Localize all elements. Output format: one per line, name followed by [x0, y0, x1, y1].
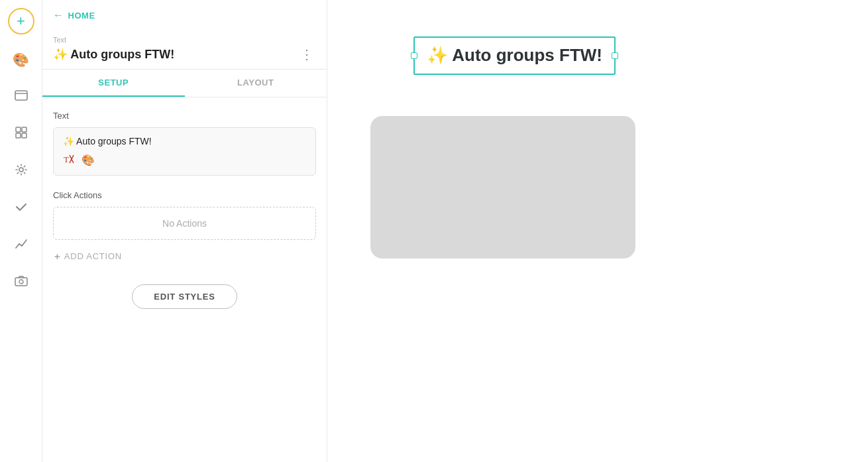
handle-right[interactable] [612, 52, 618, 59]
tabs: SETUP LAYOUT [42, 70, 327, 97]
title-row: ✨ Auto groups FTW! ⋮ [53, 46, 316, 62]
svg-text:T: T [64, 154, 69, 164]
text-toolbar: T 🎨 [63, 153, 306, 167]
sidebar-item-check[interactable] [9, 196, 33, 220]
plus-icon-small: + [54, 251, 60, 262]
svg-rect-3 [22, 127, 27, 132]
svg-rect-2 [16, 127, 21, 132]
tab-layout[interactable]: LAYOUT [185, 70, 327, 97]
svg-rect-5 [22, 133, 27, 138]
palette-icon: 🎨 [13, 52, 29, 68]
add-button[interactable]: + [8, 8, 34, 34]
plus-icon: + [17, 13, 25, 30]
text-section-label: Text [53, 111, 316, 121]
sidebar-item-chart[interactable] [9, 233, 33, 257]
handle-left[interactable] [411, 52, 417, 59]
tab-setup[interactable]: SETUP [42, 70, 185, 97]
no-actions-text: No Actions [162, 218, 207, 229]
back-arrow-icon: ← [53, 9, 64, 21]
panel-title: ✨ Auto groups FTW! [53, 47, 174, 62]
sidebar-item-layout[interactable] [9, 85, 33, 109]
svg-rect-0 [15, 91, 27, 100]
sidebar-item-grid[interactable] [9, 122, 33, 146]
svg-point-8 [19, 280, 23, 284]
icon-sidebar: + 🎨 [0, 0, 42, 462]
widget-text: ✨ Auto groups FTW! [427, 44, 602, 67]
text-input-value[interactable]: ✨ Auto groups FTW! [63, 136, 306, 146]
text-input-box: ✨ Auto groups FTW! T 🎨 [53, 127, 316, 176]
sidebar-item-palette[interactable]: 🎨 [9, 48, 33, 72]
layout-icon [14, 88, 28, 106]
back-nav[interactable]: ← HOME [42, 0, 327, 27]
grid-icon [15, 126, 28, 143]
more-button[interactable]: ⋮ [298, 46, 316, 62]
type-label: Text [53, 36, 316, 44]
svg-rect-4 [16, 133, 21, 138]
sidebar-item-camera[interactable] [9, 270, 33, 294]
svg-point-6 [19, 168, 23, 172]
panel-content: Text ✨ Auto groups FTW! T 🎨 Click Action… [42, 97, 327, 462]
panel-header: Text ✨ Auto groups FTW! ⋮ [42, 27, 327, 70]
add-action-label: ADD ACTION [64, 251, 122, 261]
settings-icon [15, 163, 28, 180]
canvas-gray-box [370, 116, 635, 259]
camera-icon [15, 274, 28, 291]
svg-rect-7 [15, 278, 27, 286]
click-actions-label: Click Actions [53, 190, 316, 200]
check-icon [15, 200, 28, 217]
panel: ← HOME Text ✨ Auto groups FTW! ⋮ SETUP L… [42, 0, 327, 462]
click-actions-section: Click Actions No Actions + ADD ACTION [53, 190, 316, 264]
canvas: ✨ Auto groups FTW! [327, 0, 868, 462]
no-actions-box: No Actions [53, 207, 316, 240]
format-clear-button[interactable]: T [63, 153, 75, 167]
color-picker-button[interactable]: 🎨 [81, 154, 95, 166]
add-action-row[interactable]: + ADD ACTION [53, 248, 316, 264]
canvas-text-widget[interactable]: ✨ Auto groups FTW! [413, 36, 616, 75]
chart-icon [15, 237, 28, 254]
edit-styles-button[interactable]: EDIT STYLES [132, 284, 237, 309]
sidebar-item-settings[interactable] [9, 159, 33, 183]
back-label: HOME [68, 11, 95, 21]
